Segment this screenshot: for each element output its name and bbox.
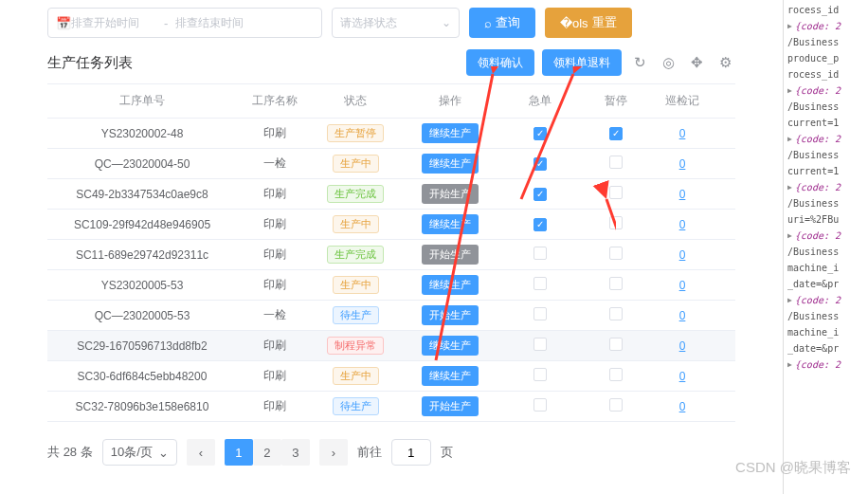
cell-name: 印刷 [237,216,313,232]
row-action-button[interactable]: 继续生产 [422,123,479,143]
cell-pause [578,247,654,263]
inspect-link[interactable]: 0 [679,279,686,292]
urgent-checkbox[interactable]: ✓ [533,218,547,231]
confirm-button[interactable]: 领料确认 [466,49,534,76]
settings-icon[interactable]: ⚙ [714,52,735,73]
goto-prefix: 前往 [357,444,382,461]
pause-checkbox[interactable]: ✓ [609,127,623,140]
table-row[interactable]: QC—23020004-50一检生产中继续生产✓0 [47,149,735,179]
row-action-button[interactable]: 开始生产 [422,396,479,416]
inspect-link[interactable]: 0 [679,188,686,201]
cell-action: 继续生产 [398,366,502,386]
table-row[interactable]: QC—23020005-53一检待生产开始生产0 [47,301,735,331]
table-row[interactable]: YS23020002-48印刷生产暂停继续生产✓✓0 [47,119,735,149]
pause-checkbox[interactable] [609,398,623,412]
urgent-checkbox[interactable] [533,338,547,351]
pause-checkbox[interactable] [609,277,623,290]
goto-suffix: 页 [441,444,453,461]
table-row[interactable]: SC49-2b3347534c0ae9c8印刷生产完成开始生产✓0 [47,179,735,210]
cell-urgent: ✓ [502,217,578,231]
cell-order: SC11-689e29742d92311c [47,248,237,262]
pagination: 共 28 条 10条/页 ⌄ ‹ 123 › 前往 页 [0,422,783,466]
chevron-down-icon: ⌄ [158,446,169,460]
inspect-link[interactable]: 0 [679,370,686,383]
cell-pause [578,156,654,172]
goto-page-input[interactable] [391,439,431,466]
pause-checkbox[interactable] [609,368,623,381]
end-date-input[interactable] [175,16,261,29]
cell-urgent [502,247,578,263]
table-row[interactable]: SC109-29f942d48e946905印刷生产中继续生产✓0 [47,210,735,240]
prev-page-button[interactable]: ‹ [187,439,215,466]
cell-urgent [502,277,578,293]
table-row[interactable]: SC11-689e29742d92311c印刷生产完成开始生产0 [47,240,735,270]
cell-name: 印刷 [237,125,313,141]
inspect-link[interactable]: 0 [679,218,686,231]
urgent-checkbox[interactable] [533,307,547,320]
move-icon[interactable]: ✥ [686,52,707,73]
page-number-button[interactable]: 1 [225,439,253,466]
row-action-button[interactable]: 继续生产 [422,154,479,174]
urgent-checkbox[interactable]: ✓ [533,157,547,171]
status-select[interactable]: 请选择状态 ⌄ [332,8,460,38]
row-action-button[interactable]: 开始生产 [422,305,479,325]
cell-inspect: 0 [654,188,711,201]
refresh-icon[interactable]: ↻ [629,52,650,73]
cell-urgent: ✓ [502,126,578,140]
col-order: 工序单号 [47,93,237,109]
row-action-button[interactable]: 开始生产 [422,245,479,265]
page-number-button[interactable]: 3 [281,439,310,466]
cell-status: 待生产 [313,306,398,324]
cell-order: SC30-6df684c5ebb48200 [47,370,237,383]
row-action-button[interactable]: 开始生产 [422,184,479,204]
pause-checkbox[interactable] [609,307,623,320]
col-pause: 暂停 [578,93,654,109]
row-action-button[interactable]: 继续生产 [422,336,479,356]
urgent-checkbox[interactable] [533,247,547,260]
cell-inspect: 0 [654,400,711,413]
calendar-icon: 📅 [56,16,71,30]
row-action-button[interactable]: 继续生产 [422,275,479,295]
cell-inspect: 0 [654,157,711,171]
cell-status: 生产完成 [313,246,398,264]
page-size-select[interactable]: 10条/页 ⌄ [102,439,177,466]
cell-action: 继续生产 [398,275,502,295]
col-status: 状态 [313,93,398,109]
urgent-checkbox[interactable] [533,398,547,412]
pause-checkbox[interactable] [609,186,623,199]
table-row[interactable]: SC30-6df684c5ebb48200印刷生产中继续生产0 [47,361,735,392]
row-action-button[interactable]: 继续生产 [422,366,479,386]
date-range-picker[interactable]: 📅 - [47,8,322,38]
urgent-checkbox[interactable] [533,368,547,381]
cell-urgent [502,338,578,354]
start-date-input[interactable] [71,16,156,29]
inspect-link[interactable]: 0 [679,157,686,171]
devtools-panel: rocess_id▶{code: 2/Businessproduce_proce… [783,0,868,494]
cell-status: 生产暂停 [313,124,398,142]
row-action-button[interactable]: 继续生产 [422,214,479,234]
reset-button[interactable]: �ols 重置 [545,8,632,38]
page-number-button[interactable]: 2 [253,439,281,466]
inspect-link[interactable]: 0 [679,248,686,262]
urgent-checkbox[interactable] [533,277,547,290]
pause-checkbox[interactable] [609,216,623,229]
pause-checkbox[interactable] [609,338,623,351]
cell-order: SC29-1670596713dd8fb2 [47,339,237,353]
table-row[interactable]: SC32-78096b3e158e6810印刷待生产开始生产0 [47,392,735,422]
table-row[interactable]: SC29-1670596713dd8fb2印刷制程异常继续生产0 [47,331,735,361]
pause-checkbox[interactable] [609,156,623,169]
query-button[interactable]: ⌕ 查询 [469,8,535,38]
pause-checkbox[interactable] [609,247,623,260]
inspect-link[interactable]: 0 [679,400,686,413]
cell-pause [578,186,654,202]
target-icon[interactable]: ◎ [658,52,678,73]
urgent-checkbox[interactable]: ✓ [533,188,547,201]
inspect-link[interactable]: 0 [679,127,686,140]
return-button[interactable]: 领料单退料 [542,49,622,76]
inspect-link[interactable]: 0 [679,309,686,322]
inspect-link[interactable]: 0 [679,339,686,353]
total-label: 共 28 条 [47,444,93,461]
urgent-checkbox[interactable]: ✓ [533,127,547,140]
next-page-button[interactable]: › [319,439,348,466]
table-row[interactable]: YS23020005-53印刷生产中继续生产0 [47,270,735,301]
